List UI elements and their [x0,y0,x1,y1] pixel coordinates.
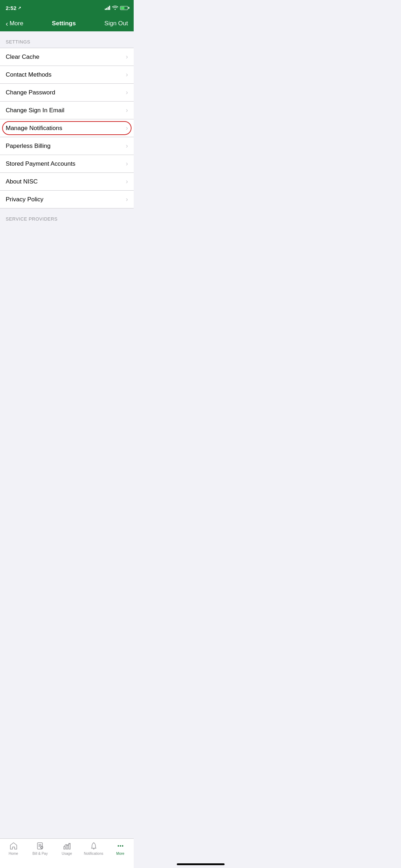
back-button[interactable]: ‹ More [6,20,23,27]
chevron-right-icon: › [126,107,128,114]
chevron-right-icon: › [126,53,128,61]
status-indicators [105,5,128,11]
location-arrow-icon: ↗ [18,6,21,10]
sign-out-button[interactable]: Sign Out [104,20,128,27]
chevron-right-icon: › [126,178,128,185]
settings-item-contact-methods[interactable]: Contact Methods › [0,66,134,84]
settings-section-header: SETTINGS [0,31,134,48]
service-providers-section-header: SERVICE PROVIDERS [0,208,134,225]
battery-icon [120,6,128,10]
settings-item-change-password[interactable]: Change Password › [0,84,134,102]
chevron-right-icon: › [126,71,128,78]
status-time: 2:52 ↗ [6,5,21,11]
chevron-right-icon: › [126,89,128,96]
settings-item-clear-cache[interactable]: Clear Cache › [0,48,134,66]
settings-item-stored-payment-accounts[interactable]: Stored Payment Accounts › [0,155,134,173]
settings-item-about-nisc[interactable]: About NISC › [0,173,134,191]
settings-item-change-sign-in-email[interactable]: Change Sign In Email › [0,102,134,119]
back-label: More [10,20,24,27]
chevron-right-icon: › [126,142,128,150]
signal-icon [105,6,110,10]
status-bar: 2:52 ↗ [0,0,134,16]
nav-bar: ‹ More Settings Sign Out [0,16,134,31]
settings-item-privacy-policy[interactable]: Privacy Policy › [0,191,134,208]
settings-item-paperless-billing[interactable]: Paperless Billing › [0,137,134,155]
wifi-icon [112,5,118,11]
back-chevron-icon: ‹ [6,20,8,27]
chevron-right-icon: › [126,160,128,167]
page-title: Settings [52,20,76,27]
settings-list: Clear Cache › Contact Methods › Change P… [0,48,134,208]
chevron-right-icon: › [126,124,128,132]
chevron-right-icon: › [126,196,128,203]
settings-item-manage-notifications[interactable]: Manage Notifications › [0,119,134,137]
